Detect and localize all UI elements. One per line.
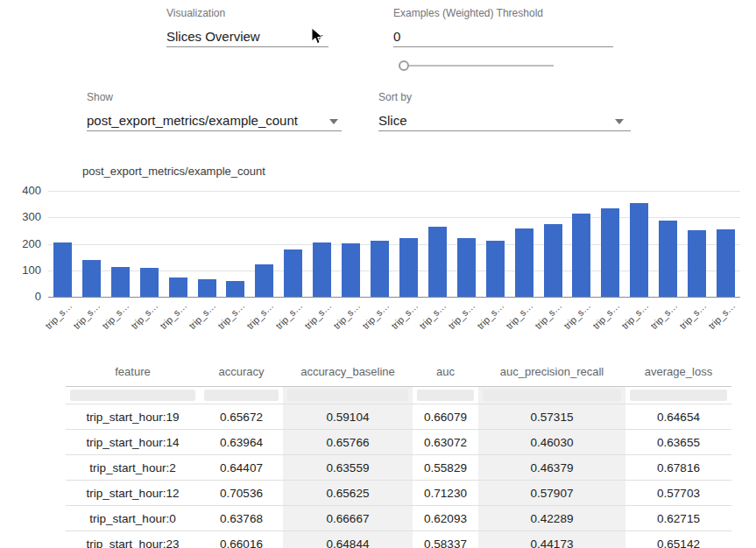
bar-5[interactable] (198, 279, 216, 297)
bar-23[interactable] (717, 229, 735, 297)
threshold-slider[interactable] (399, 60, 554, 71)
bar-8[interactable] (284, 249, 302, 297)
legend-label: post_export_metrics/example_count (82, 165, 265, 178)
bar-0[interactable] (53, 242, 72, 297)
show-select[interactable]: post_export_metrics/example_count (87, 110, 342, 131)
bar-20[interactable] (630, 203, 648, 297)
bar-18[interactable] (572, 214, 590, 297)
y-axis-tick-label: 200 (3, 237, 41, 250)
bar-3[interactable] (140, 268, 159, 297)
column-header-accuracy_baseline[interactable]: accuracy_baseline (283, 355, 413, 387)
threshold-input[interactable]: 0 (393, 26, 613, 47)
metric-cell: 0.46030 (478, 430, 625, 455)
chevron-down-icon (329, 119, 338, 124)
bar-6[interactable] (226, 281, 244, 297)
filter-input-feature[interactable] (70, 390, 195, 401)
metric-cell: 0.63559 (283, 455, 413, 481)
table-row[interactable]: trip_start_hour:120.705360.656250.712300… (66, 481, 731, 506)
column-header-accuracy[interactable]: accuracy (200, 355, 283, 387)
x-axis-label: trip_s… (158, 300, 188, 331)
slider-track[interactable] (399, 65, 554, 67)
bar-4[interactable] (169, 278, 187, 297)
x-axis-label: trip_s… (244, 300, 275, 331)
show-value: post_export_metrics/example_count (87, 113, 298, 128)
y-axis-tick-label: 0 (3, 290, 41, 303)
slicing-metrics-browser: Visualization Slices Overview Examples (… (0, 0, 756, 548)
table-row[interactable]: trip_start_hour:190.656720.591040.660790… (66, 404, 731, 430)
metric-cell: 0.62715 (625, 506, 731, 531)
threshold-value: 0 (393, 29, 400, 44)
bar-14[interactable] (457, 238, 476, 297)
bar-1[interactable] (82, 260, 101, 297)
metric-cell: 0.64407 (200, 455, 283, 481)
metric-cell: 0.62093 (413, 506, 478, 531)
x-axis-label: trip_s… (273, 300, 304, 331)
feature-cell: trip_start_hour:2 (66, 455, 200, 481)
metric-cell: 0.63768 (200, 506, 283, 531)
metric-cell: 0.70536 (200, 481, 283, 506)
x-axis-label: trip_s… (72, 300, 102, 331)
chart-plot: 4003002001000trip_s…trip_s…trip_s…trip_s… (48, 191, 740, 297)
x-axis-label: trip_s… (331, 300, 362, 331)
x-axis-label: trip_s… (389, 300, 420, 331)
bar-13[interactable] (428, 227, 447, 297)
column-header-average_loss[interactable]: average_loss (625, 355, 731, 387)
feature-cell: trip_start_hour:19 (66, 404, 200, 430)
bar-19[interactable] (601, 208, 619, 297)
sort-by-select[interactable]: Slice (378, 110, 631, 131)
table-filter-row (66, 387, 731, 404)
x-axis-label: trip_s… (215, 300, 246, 331)
filter-input-average_loss[interactable] (630, 390, 727, 401)
sort-by-value: Slice (378, 113, 407, 128)
metric-cell: 0.63964 (200, 430, 283, 455)
filter-input-auc_precision_recall[interactable] (483, 390, 621, 401)
table-body: trip_start_hour:190.656720.591040.660790… (66, 404, 731, 548)
bar-9[interactable] (313, 242, 331, 297)
bar-21[interactable] (659, 221, 677, 297)
metric-cell: 0.55829 (413, 455, 478, 481)
bar-15[interactable] (486, 241, 505, 297)
metrics-table: featureaccuracyaccuracy_baselineaucauc_p… (66, 355, 731, 548)
table-row[interactable]: trip_start_hour:20.644070.635590.558290.… (66, 455, 731, 481)
bar-16[interactable] (515, 228, 533, 297)
x-axis-label: trip_s… (129, 300, 159, 331)
x-axis-label: trip_s… (187, 300, 217, 331)
metric-cell: 0.59104 (283, 404, 413, 430)
filter-input-accuracy_baseline[interactable] (287, 390, 408, 401)
x-axis-label: trip_s… (475, 300, 505, 331)
bar-10[interactable] (342, 243, 360, 297)
table-row[interactable]: trip_start_hour:00.637680.666670.620930.… (66, 506, 731, 531)
column-header-auc_precision_recall[interactable]: auc_precision_recall (478, 355, 625, 387)
filter-input-accuracy[interactable] (204, 390, 279, 401)
metric-cell: 0.63655 (625, 430, 731, 455)
metric-cell: 0.64654 (625, 404, 731, 430)
metric-cell: 0.66016 (200, 531, 283, 548)
filter-input-auc[interactable] (417, 390, 474, 401)
threshold-label: Examples (Weighted) Threshold (393, 7, 543, 19)
metric-cell: 0.64844 (283, 531, 413, 548)
metric-cell: 0.44173 (478, 531, 625, 548)
legend-swatch (54, 165, 75, 176)
x-axis-label: trip_s… (590, 300, 621, 331)
column-header-auc[interactable]: auc (413, 355, 478, 387)
bar-17[interactable] (544, 224, 562, 297)
bar-11[interactable] (371, 241, 389, 297)
bar-22[interactable] (688, 230, 706, 297)
table-row[interactable]: trip_start_hour:140.639640.657660.630720… (66, 430, 731, 455)
metric-cell: 0.65672 (200, 404, 283, 430)
metric-cell: 0.66079 (413, 404, 478, 430)
column-header-feature[interactable]: feature (66, 355, 200, 387)
visualization-value: Slices Overview (166, 29, 260, 44)
metric-cell: 0.66667 (283, 506, 413, 531)
feature-cell: trip_start_hour:14 (66, 430, 200, 455)
x-axis-label: trip_s… (302, 300, 333, 331)
y-axis-tick-label: 400 (3, 184, 41, 197)
table-row[interactable]: trip_start_hour:230.660160.648440.583370… (66, 531, 731, 548)
slider-knob[interactable] (399, 60, 409, 71)
bar-12[interactable] (399, 238, 418, 297)
bar-7[interactable] (255, 264, 273, 297)
x-axis-label: trip_s… (100, 300, 131, 331)
gridline (48, 191, 740, 192)
visualization-select[interactable]: Slices Overview (166, 26, 329, 47)
bar-2[interactable] (111, 267, 130, 297)
